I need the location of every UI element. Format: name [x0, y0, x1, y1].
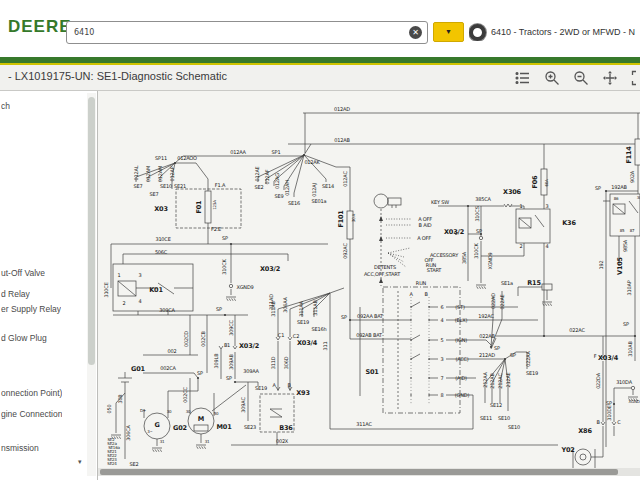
- schematic-label: F101: [338, 210, 345, 227]
- schematic-label: 506C: [155, 250, 167, 255]
- schematic-label: (IGN): [455, 338, 467, 343]
- schematic-label: B1: [224, 343, 230, 348]
- schematic-label: 2: [520, 244, 523, 249]
- schematic-label: 092AB BAT: [356, 333, 382, 338]
- schematic-label: SP1: [272, 150, 281, 155]
- schematic-label: SE10: [160, 184, 172, 189]
- schematic-label: (AID): [455, 376, 467, 381]
- sidebar-item[interactable]: d Relay: [1, 289, 30, 299]
- schematic-label: 012AJ: [312, 183, 317, 196]
- zoom-out-icon[interactable]: [573, 70, 589, 86]
- schematic-label: 30: [186, 410, 191, 414]
- legend-sidebar: chut-Off Valved Relayer Supply Relayd Gl…: [0, 91, 98, 480]
- sidebar-scrollbar[interactable]: [87, 93, 96, 476]
- schematic-label: F1.A: [215, 183, 225, 188]
- schematic-label: 30: [637, 196, 640, 200]
- schematic-label: S01: [365, 369, 378, 376]
- schematic-label: 311D: [271, 357, 276, 370]
- schematic-label: 310CK: [474, 243, 479, 258]
- schematic-label: SP: [623, 322, 629, 327]
- schematic-label: 50: [214, 412, 219, 416]
- schematic-label: B36: [279, 425, 292, 432]
- schematic-label: DETENTS: [374, 265, 396, 270]
- clear-search-icon[interactable]: ✕: [409, 26, 422, 39]
- schematic-label: G: [154, 422, 159, 429]
- schematic-label: SE19: [526, 371, 538, 376]
- schematic-label: 385A: [462, 252, 467, 264]
- schematic-label: 85: [620, 229, 625, 233]
- schematic-label: X03/4: [598, 355, 618, 362]
- schematic-canvas[interactable]: SP11012AOO012AASP1012AD012AB012AL012AM01…: [98, 91, 640, 468]
- sidebar-item[interactable]: gine Connection: [1, 409, 62, 419]
- schematic-label: 212AC: [498, 373, 503, 388]
- search-dropdown-button[interactable]: ▼: [433, 22, 464, 42]
- sidebar-item[interactable]: ut-Off Valve: [1, 268, 45, 278]
- sidebar-item[interactable]: d Glow Plug: [1, 333, 47, 343]
- schematic-label: 012AF: [265, 170, 270, 185]
- schematic-label: 022AD: [491, 293, 496, 309]
- schematic-label: 30: [167, 410, 172, 414]
- schematic-label: G02: [173, 425, 187, 432]
- scroll-down-icon[interactable]: ▾: [78, 458, 82, 466]
- schematic-label: SE9: [275, 194, 284, 199]
- schematic-label: SE10: [508, 425, 520, 430]
- sidebar-item[interactable]: er Supply Relay: [1, 304, 61, 314]
- schematic-label: 5: [441, 338, 444, 343]
- schematic-label: 012AM: [146, 166, 151, 182]
- schematic-label: 012AK: [304, 160, 319, 165]
- schematic-label: C1: [278, 333, 284, 338]
- schematic-label: SE16: [288, 201, 300, 206]
- schematic-label: SP: [197, 371, 203, 376]
- content-area: chut-Off Valved Relayer Supply Relayd Gl…: [0, 91, 640, 480]
- schematic-label: XGND: [628, 400, 639, 404]
- schematic-label: M: [198, 416, 204, 423]
- sidebar-item[interactable]: ch: [1, 101, 10, 111]
- deere-logo: DEERE: [8, 17, 72, 37]
- schematic-label: B: [287, 383, 290, 388]
- sidebar-item[interactable]: nsmission: [1, 443, 39, 453]
- schematic-label: SE2: [130, 462, 139, 467]
- schematic-label: 309AB: [229, 354, 234, 369]
- list-icon[interactable]: [515, 70, 531, 86]
- schematic-label: 050: [107, 405, 112, 414]
- schematic-label: SP: [476, 229, 482, 234]
- schematic-label: 309CA: [159, 308, 174, 313]
- schematic-label: 310AB: [628, 341, 633, 356]
- schematic-label: 86: [614, 197, 619, 201]
- schematic-label: 002CC: [183, 387, 188, 403]
- schematic-label: K36: [562, 220, 575, 227]
- schematic-label: 012AA: [230, 150, 246, 155]
- schematic-label: 212AE: [506, 372, 511, 387]
- schematic-label: 012AG: [275, 173, 280, 189]
- schematic-label: X03: [154, 206, 167, 213]
- horizontal-scrollbar[interactable]: [98, 468, 640, 476]
- schematic-label: SE12: [490, 403, 502, 408]
- schematic-label: SE19: [297, 320, 309, 325]
- search-input[interactable]: [72, 24, 396, 41]
- schematic-label: 3: [139, 273, 142, 278]
- schematic-label: SP: [494, 346, 500, 351]
- schematic-label: XGND9: [236, 285, 253, 290]
- schematic-label: 022AC: [569, 328, 584, 333]
- fit-screen-icon[interactable]: [631, 70, 640, 86]
- schematic-label: 310DA: [616, 380, 632, 385]
- schematic-label: X86: [578, 428, 591, 435]
- zoom-in-icon[interactable]: [544, 70, 560, 86]
- schematic-label: 311AC: [356, 422, 371, 427]
- schematic-label: 985A: [623, 240, 628, 252]
- horizontal-scroll-thumb[interactable]: [100, 469, 618, 475]
- schematic-label: (ELX): [455, 318, 467, 323]
- schematic-label: KEY SW: [431, 200, 449, 205]
- schematic-label: B AID: [419, 223, 432, 228]
- schematic-label: ACCESSORY: [430, 253, 458, 258]
- sidebar-scroll-thumb[interactable]: [88, 97, 95, 365]
- schematic-labels: SP11012AOO012AASP1012AD012AB012AL012AM01…: [98, 91, 640, 468]
- pan-icon[interactable]: [602, 70, 618, 86]
- schematic-label: R15: [527, 280, 540, 287]
- schematic-label: 002CD: [184, 331, 189, 347]
- sidebar-item[interactable]: onnection Point): [1, 388, 62, 398]
- schematic-label: 012AC: [343, 171, 348, 186]
- schematic-label: 192AC: [478, 314, 493, 319]
- schematic-label: SE16h: [312, 327, 327, 332]
- schematic-label: 310DE: [607, 405, 612, 421]
